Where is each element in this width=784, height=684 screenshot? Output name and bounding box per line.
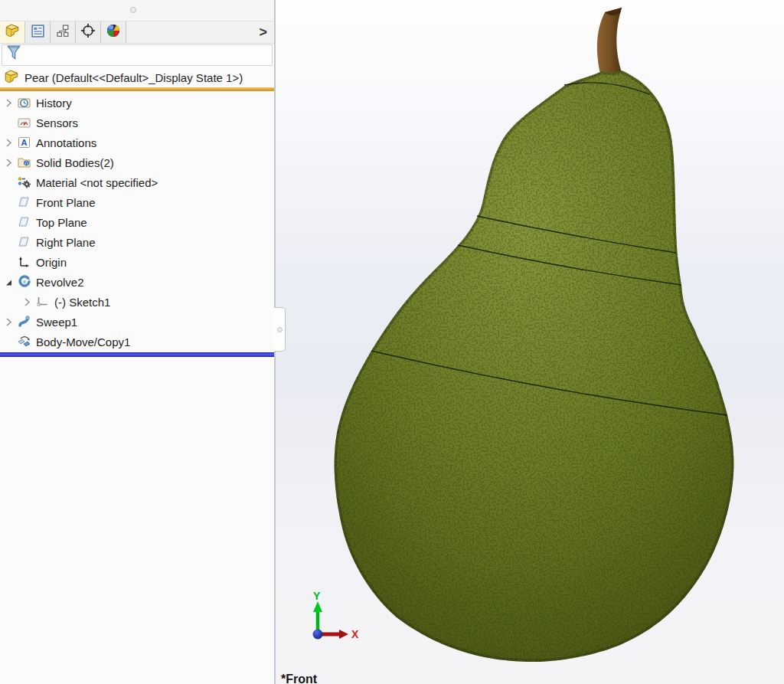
dimxpertmanager-tab-icon [80, 23, 96, 41]
tree-item-top-plane[interactable]: Top Plane [0, 212, 274, 232]
pear-model-scene[interactable]: Y X [276, 0, 784, 684]
tree-item-sketch1[interactable]: (-) Sketch1 [0, 292, 274, 312]
collapse-panel-arrow[interactable]: > [259, 22, 267, 42]
tree-item-label: Sensors [36, 116, 78, 129]
tree-item-label: Origin [36, 256, 67, 269]
tree-item-label: History [36, 97, 72, 110]
origin-icon [17, 255, 31, 269]
tab-featuremanager[interactable] [0, 21, 25, 43]
tree-item-body-move-copy1[interactable]: Body-Move/Copy1 [0, 332, 274, 352]
tree-item-label: Material <not specified> [36, 176, 158, 189]
tree-item-sensors[interactable]: Sensors [0, 113, 274, 133]
tree-item-front-plane[interactable]: Front Plane [0, 192, 274, 212]
pear-stem[interactable] [597, 8, 622, 75]
panel-splitter-grip-icon[interactable] [130, 7, 136, 13]
tree-item-revolve2[interactable]: Revolve2 [0, 272, 274, 292]
solidworks-window: > Pear (Default<<Default>_Display State … [0, 0, 784, 684]
material-icon [17, 175, 31, 189]
displaymanager-tab-icon [106, 23, 121, 41]
sketch-icon [35, 295, 50, 309]
sweep-icon [17, 315, 31, 329]
plane-icon [17, 195, 31, 209]
graphics-viewport[interactable]: Y X *Front [276, 0, 784, 684]
revolve-icon [17, 275, 31, 289]
rollback-bar[interactable] [0, 352, 274, 357]
expand-expanded-icon[interactable] [5, 278, 15, 286]
tree-item-material[interactable]: Material <not specified> [0, 172, 274, 192]
expand-collapsed-icon[interactable] [5, 99, 15, 107]
view-orientation-label: *Front [281, 673, 317, 684]
part-title-row[interactable]: Pear (Default<<Default>_Display State 1>… [0, 68, 274, 87]
configurationmanager-tab-icon [56, 24, 70, 41]
tree-item-label: Right Plane [36, 236, 96, 249]
tree-item-label: Revolve2 [36, 276, 84, 289]
tree-item-solid-bodies[interactable]: Solid Bodies(2) [0, 152, 274, 172]
manager-tab-bar: > [0, 21, 274, 44]
tree-item-label: Body-Move/Copy1 [36, 335, 130, 349]
panel-top-strip [0, 0, 274, 21]
sensors-icon [17, 116, 31, 129]
tab-configurationmanager[interactable] [51, 21, 76, 43]
tree-filter-input[interactable] [2, 44, 273, 66]
plane-icon [17, 215, 31, 229]
body-move-copy-icon [17, 335, 31, 349]
feature-tree: History Sensors [0, 91, 274, 352]
annotations-icon: A [17, 136, 31, 149]
tree-item-label: Front Plane [36, 196, 96, 209]
tab-dimxpertmanager[interactable] [76, 21, 101, 43]
expand-collapsed-icon[interactable] [5, 139, 15, 147]
expand-collapsed-icon[interactable] [5, 159, 15, 167]
tree-item-label: Annotations [36, 136, 96, 149]
plane-icon [17, 235, 31, 249]
triad-x-label: X [351, 628, 359, 640]
triad-y-label: Y [313, 590, 321, 602]
svg-text:A: A [21, 138, 27, 147]
splitter-grip-icon [277, 327, 283, 332]
tab-propertymanager[interactable] [25, 21, 51, 43]
tree-item-label: Solid Bodies(2) [36, 156, 114, 169]
tree-item-origin[interactable]: Origin [0, 252, 274, 272]
tree-item-label: Top Plane [36, 216, 87, 229]
tab-displaymanager[interactable] [101, 21, 126, 43]
expand-collapsed-icon[interactable] [24, 298, 34, 306]
history-icon [17, 96, 31, 110]
tree-item-history[interactable]: History [0, 93, 274, 113]
part-title: Pear (Default<<Default>_Display State 1>… [24, 71, 243, 84]
tree-item-annotations[interactable]: A Annotations [0, 133, 274, 152]
tree-item-label: Sweep1 [36, 316, 77, 329]
part-icon [4, 69, 19, 87]
filter-funnel-icon [6, 44, 21, 66]
tree-item-right-plane[interactable]: Right Plane [0, 232, 274, 252]
featuremanager-panel: > Pear (Default<<Default>_Display State … [0, 0, 274, 684]
pear-body[interactable] [322, 61, 750, 674]
solid-bodies-folder-icon [17, 155, 31, 169]
part-tab-icon [5, 23, 20, 41]
tree-item-label: (-) Sketch1 [54, 296, 110, 309]
tree-item-sweep1[interactable]: Sweep1 [0, 312, 274, 332]
orientation-triad: Y X [313, 590, 360, 640]
expand-collapsed-icon[interactable] [5, 318, 15, 326]
panel-splitter-handle[interactable] [274, 307, 286, 352]
propertymanager-tab-icon [31, 24, 45, 41]
